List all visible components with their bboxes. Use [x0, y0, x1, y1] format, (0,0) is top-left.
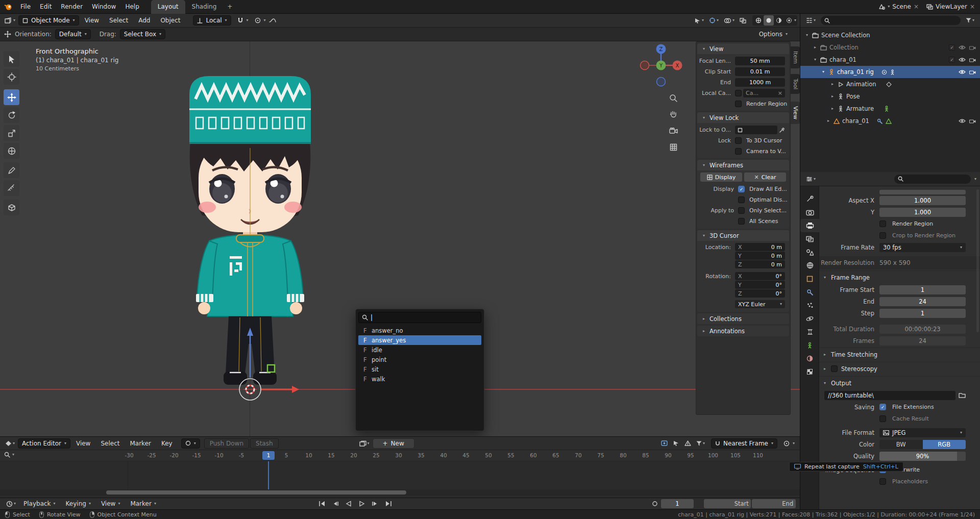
show-selectability-dropdown[interactable]: ▾: [692, 15, 706, 26]
hide-eye-icon[interactable]: [959, 69, 966, 75]
snap-toggle[interactable]: [235, 15, 246, 26]
dopesheet-header-caret[interactable]: ▾: [793, 441, 795, 446]
frame-end-field[interactable]: 24: [879, 297, 966, 306]
dopesheet-menu[interactable]: Marker: [125, 437, 155, 450]
navigation-gizmo[interactable]: Z X Y: [638, 42, 684, 88]
dopesheet-ruler[interactable]: ▾ -30-25-20-15-10-5510152025303540455055…: [0, 450, 800, 461]
cursor-loc-z-field[interactable]: Z0 m: [735, 260, 785, 268]
outliner-row-pose[interactable]: ▸ Pose: [800, 90, 980, 103]
aspect-y-field[interactable]: 1.000: [879, 208, 966, 217]
view-panel-header[interactable]: ▾View: [697, 43, 789, 54]
sidebar-tab-item[interactable]: Item: [791, 46, 800, 68]
frame-rate-select[interactable]: 30 fps▾: [879, 243, 966, 252]
wireframes-clear-button[interactable]: ✕Clear: [744, 172, 786, 182]
cursor-rot-y-field[interactable]: Y0°: [735, 281, 785, 289]
placeholders-checkbox[interactable]: [879, 478, 886, 485]
next-keyframe-button[interactable]: [369, 499, 381, 508]
lock-3d-cursor-checkbox[interactable]: [735, 137, 742, 144]
outliner-row-scene-collection[interactable]: ▾ Scene Collection: [800, 29, 980, 41]
output-section-header[interactable]: ▾Output: [819, 376, 980, 389]
workspace-tab-shading[interactable]: Shading: [185, 0, 224, 14]
add-workspace-button[interactable]: +: [223, 0, 236, 14]
tab-world[interactable]: [800, 259, 819, 272]
outliner-filter-icon[interactable]: ▾: [964, 15, 976, 26]
play-reverse-button[interactable]: [342, 499, 355, 508]
annotations-panel-header[interactable]: ▸Annotations: [697, 326, 789, 336]
show-errors-toggle[interactable]: [682, 438, 693, 449]
tool-scale[interactable]: [4, 125, 19, 141]
gizmo-x-neg-axis[interactable]: [641, 61, 649, 70]
aspect-x-field[interactable]: 1.000: [879, 196, 966, 205]
outliner-row-animation[interactable]: ▸ Animation: [800, 78, 980, 90]
zoom-icon[interactable]: [667, 91, 680, 105]
show-hidden-toggle[interactable]: [671, 438, 681, 449]
shading-options-caret[interactable]: ▾: [794, 18, 796, 22]
file-extensions-checkbox[interactable]: [879, 404, 886, 410]
viewport-menu[interactable]: Object: [156, 14, 185, 27]
action-list-item[interactable]: Fpoint: [358, 355, 481, 364]
action-list-item[interactable]: Fanswer_yes: [358, 335, 481, 345]
proportional-options-caret[interactable]: ▾: [264, 18, 266, 22]
all-scenes-checkbox[interactable]: [738, 218, 745, 225]
tab-view-layer[interactable]: [800, 232, 819, 245]
prev-keyframe-button[interactable]: [329, 499, 341, 508]
topbar-menu[interactable]: Edit: [35, 0, 56, 13]
tool-move[interactable]: [4, 89, 19, 105]
frame-end-field[interactable]: End24: [752, 499, 796, 508]
tab-constraints[interactable]: [800, 325, 819, 338]
tool-transform[interactable]: [4, 143, 19, 159]
pan-hand-icon[interactable]: [667, 108, 680, 121]
play-button[interactable]: [356, 499, 368, 508]
color-rgb-button[interactable]: RGB: [923, 440, 966, 449]
dopesheet-menu[interactable]: Select: [96, 437, 124, 450]
viewport-menu[interactable]: View: [80, 14, 104, 27]
move-gizmo-x-arrow[interactable]: [292, 386, 299, 393]
tab-texture[interactable]: [800, 365, 819, 378]
channel-search-icon[interactable]: ▾: [4, 452, 14, 458]
snap-mode-select[interactable]: Nearest Frame▾: [711, 438, 777, 449]
wireframes-panel-header[interactable]: ▾Wireframes: [697, 160, 789, 170]
proportional-falloff-icon[interactable]: [267, 15, 278, 26]
cursor-rot-x-field[interactable]: X0°: [735, 272, 785, 280]
jump-to-end-button[interactable]: [382, 499, 395, 508]
shading-solid-button[interactable]: [764, 15, 774, 26]
filter-icon[interactable]: ▾: [694, 438, 707, 449]
file-format-select[interactable]: JPEG▾: [879, 428, 966, 437]
outliner-row-chara01-rig[interactable]: ▾ chara_01 rig: [800, 66, 980, 78]
editor-type-button[interactable]: ▾: [3, 15, 17, 26]
editor-type-button[interactable]: ▾: [804, 174, 818, 184]
viewlayer-unlink-button[interactable]: ×: [970, 3, 975, 10]
dopesheet-mode-select[interactable]: Action Editor▾: [18, 438, 70, 449]
scene-unlink-button[interactable]: ×: [914, 3, 919, 10]
disable-render-camera-icon[interactable]: [969, 45, 976, 50]
hide-eye-icon[interactable]: [959, 118, 966, 123]
topbar-menu[interactable]: Render: [56, 0, 87, 13]
properties-search-input[interactable]: [894, 175, 971, 184]
orientation-select[interactable]: Default▾: [55, 29, 91, 39]
gizmos-dropdown[interactable]: ▾: [707, 15, 721, 26]
outliner-row-armature-data[interactable]: ▸ Armature: [800, 103, 980, 115]
lock-to-object-field[interactable]: [735, 126, 777, 134]
blender-logo-icon[interactable]: [4, 3, 13, 11]
hide-eye-icon[interactable]: [959, 57, 966, 62]
time-stretching-section-header[interactable]: ▸Time Stretching: [819, 348, 980, 361]
xray-toggle[interactable]: [738, 15, 748, 26]
browse-action-dropdown[interactable]: ▾: [357, 438, 372, 449]
color-bw-button[interactable]: BW: [879, 440, 923, 449]
only-selected-checkbox[interactable]: [738, 207, 745, 214]
output-path-field[interactable]: //360 turntable\: [824, 391, 955, 400]
scrollbar-thumb[interactable]: [106, 490, 406, 495]
timeline-menu[interactable]: Marker▾: [126, 498, 161, 509]
view-lock-panel-header[interactable]: ▾View Lock: [697, 112, 789, 123]
camera-to-view-checkbox[interactable]: [735, 148, 742, 155]
exclude-checkbox[interactable]: ✓: [949, 44, 955, 51]
clip-end-field[interactable]: 1000 m: [735, 78, 785, 87]
optimal-display-checkbox[interactable]: [738, 196, 745, 203]
local-camera-field[interactable]: Ca...×: [743, 89, 785, 97]
quality-slider[interactable]: 90%: [879, 452, 966, 461]
stereoscopy-checkbox[interactable]: [831, 365, 838, 372]
eyedropper-icon[interactable]: [779, 127, 785, 133]
draw-all-edges-checkbox[interactable]: [738, 186, 745, 192]
disable-render-camera-icon[interactable]: [969, 58, 976, 62]
dopesheet-filter-dropdown[interactable]: ▾: [181, 438, 200, 449]
